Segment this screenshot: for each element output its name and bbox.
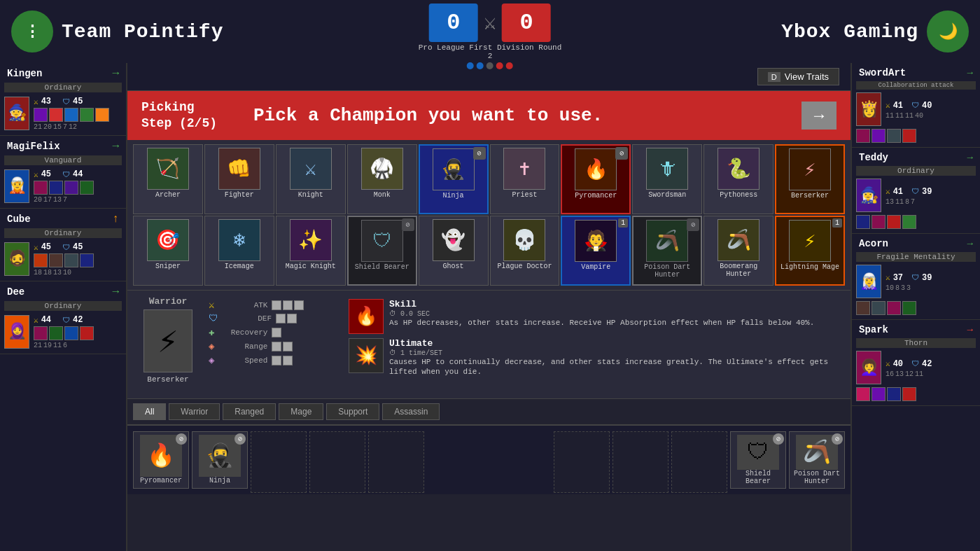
champion-detail: Warrior ⚡ Berserker ⚔ ATK 🛡 DEF bbox=[127, 290, 850, 398]
magifelix-atk: 45 bbox=[41, 169, 51, 179]
dee-def: 42 bbox=[73, 315, 83, 325]
picking-next-button[interactable]: → bbox=[802, 102, 836, 130]
view-traits-d-icon: D bbox=[768, 72, 780, 82]
picking-step-label: PickingStep (2/5) bbox=[141, 99, 239, 132]
speed-bars bbox=[272, 356, 293, 365]
pick-poison-name: Poison Dart Hunter bbox=[791, 470, 843, 485]
champ-subclass: Berserker bbox=[147, 375, 188, 384]
cube-avatar: 🧔 bbox=[4, 242, 29, 276]
fighter-sprite: 👊 bbox=[218, 148, 260, 190]
shield-bearer-name: Shield Bearer bbox=[355, 263, 410, 271]
plague-doctor-name: Plague Doctor bbox=[497, 263, 552, 270]
speed-bar-1 bbox=[272, 356, 281, 365]
champion-shield-bearer[interactable]: ⊘ 🛡 Shield Bearer bbox=[347, 216, 417, 286]
skill-timing: ⏱ 0.0 SEC bbox=[389, 309, 839, 318]
view-traits-label: View Traits bbox=[785, 71, 829, 82]
boomerang-sprite: 🪃 bbox=[718, 219, 760, 261]
def-bar-1 bbox=[276, 314, 286, 323]
dee-numbers: 2119116 bbox=[34, 342, 94, 349]
def-bar-2 bbox=[287, 314, 297, 323]
ghost-name: Ghost bbox=[443, 263, 464, 270]
teddy-name: Teddy bbox=[859, 152, 888, 163]
pyro-ban: ⊘ bbox=[615, 147, 628, 160]
magifelix-def: 44 bbox=[73, 169, 83, 179]
ultimate-icon: 💥 bbox=[349, 338, 384, 373]
dee-atk: 44 bbox=[41, 315, 51, 325]
recovery-label: Recovery bbox=[218, 328, 267, 337]
champion-pythoness[interactable]: 🐍 Pythoness bbox=[704, 144, 774, 214]
magifelix-header: MagiFelix → bbox=[4, 139, 122, 154]
vampire-sprite: 🧛 bbox=[575, 220, 617, 262]
filter-support[interactable]: Support bbox=[326, 403, 379, 420]
champion-ninja[interactable]: ⊘ 🥷 Ninja bbox=[419, 144, 489, 214]
cube-header: Cube ↑ bbox=[4, 211, 122, 227]
view-traits-button[interactable]: D View Traits bbox=[757, 68, 839, 85]
left-sidebar: Kingen → Ordinary 🧙 ⚔43 🛡45 bbox=[0, 63, 127, 551]
knight-sprite: ⚔ bbox=[290, 148, 332, 190]
player-dee: Dee → Ordinary 🧕 ⚔44 🛡42 bbox=[0, 281, 126, 354]
atk-bar-2 bbox=[283, 300, 293, 310]
priest-name: Priest bbox=[512, 191, 537, 199]
atk-bar-1 bbox=[272, 300, 281, 310]
kingen-numbers: 212015712 bbox=[34, 123, 109, 131]
champion-plague-doctor[interactable]: 💀 Plague Doctor bbox=[490, 216, 560, 286]
sniper-sprite: 🎯 bbox=[147, 219, 189, 261]
ghost-sprite: 👻 bbox=[433, 219, 475, 261]
champion-lightning-mage[interactable]: 1 ⚡ Lightning Mage bbox=[775, 216, 845, 286]
dee-avatar: 🧕 bbox=[4, 315, 29, 349]
champion-swordsman[interactable]: 🗡 Swordsman bbox=[632, 144, 702, 214]
swordart-rank: Collaboration attack bbox=[856, 81, 976, 90]
champion-icemage[interactable]: ❄ Icemage bbox=[204, 216, 274, 286]
champion-sniper[interactable]: 🎯 Sniper bbox=[133, 216, 203, 286]
champion-magic-knight[interactable]: ✨ Magic Knight bbox=[276, 216, 346, 286]
skill-info: Skill ⏱ 0.0 SEC As HP decreases, other s… bbox=[389, 299, 839, 328]
dee-stats: ⚔44 🛡42 2119116 bbox=[34, 314, 94, 349]
dee-header: Dee → bbox=[4, 284, 122, 300]
spark-avatar: 👩‍🦱 bbox=[856, 351, 881, 384]
acorn-name: Acorn bbox=[859, 238, 888, 249]
pythoness-sprite: 🐍 bbox=[718, 148, 760, 190]
champion-berserker[interactable]: ⚡ Berserker bbox=[775, 144, 845, 214]
player-magifelix: MagiFelix → Vanguard 🧝 ⚔45 🛡44 bbox=[0, 136, 126, 209]
range-label: Range bbox=[218, 342, 267, 351]
champion-boomerang[interactable]: 🪃 Boomerang Hunter bbox=[704, 216, 774, 286]
picking-description: Pick a Champion you want to use. bbox=[253, 105, 788, 126]
pick-empty-6 bbox=[671, 431, 727, 493]
champion-vampire[interactable]: 1 🧛 Vampire bbox=[561, 216, 631, 286]
pick-ninja: ⊘ 🥷 Ninja bbox=[192, 431, 248, 489]
player-acorn: Acorn → Fragile Mentality 🧝‍♀️ ⚔37 🛡39 1… bbox=[852, 234, 980, 320]
berserker-sprite: ⚡ bbox=[789, 148, 831, 190]
score-left: 0 bbox=[429, 4, 478, 42]
dee-rank: Ordinary bbox=[4, 301, 122, 311]
skill-description: As HP decreases, other stats increase. R… bbox=[389, 318, 839, 328]
filter-all[interactable]: All bbox=[133, 403, 166, 420]
filter-assassin[interactable]: Assassin bbox=[382, 403, 440, 420]
recovery-bar-1 bbox=[272, 328, 281, 337]
champion-fighter[interactable]: 👊 Fighter bbox=[204, 144, 274, 214]
acorn-stats: ⚔37 🛡39 10833 bbox=[886, 272, 932, 292]
pick-pyro-ban: ⊘ bbox=[176, 433, 187, 445]
champion-pyromancer[interactable]: ⊘ 🔥 Pyromancer bbox=[561, 144, 631, 214]
champion-poison-dart[interactable]: ⊘ 🪃 Poison Dart Hunter bbox=[632, 216, 702, 286]
kingen-avatar: 🧙 bbox=[4, 97, 29, 130]
champion-knight[interactable]: ⚔ Knight bbox=[276, 144, 346, 214]
champion-monk[interactable]: 🥋 Monk bbox=[347, 144, 417, 214]
acorn-header: Acorn → bbox=[856, 237, 976, 251]
swordart-avatar: 👸 bbox=[856, 92, 881, 126]
cube-name: Cube bbox=[7, 214, 31, 225]
team-left-icon: ⋮ bbox=[11, 11, 53, 53]
archer-name: Archer bbox=[155, 191, 181, 199]
champion-archer[interactable]: 🏹 Archer bbox=[133, 144, 203, 214]
ninja-sprite: 🥷 bbox=[433, 148, 475, 190]
teddy-header: Teddy → bbox=[856, 151, 976, 165]
champion-ghost[interactable]: 👻 Ghost bbox=[419, 216, 489, 286]
cube-def: 45 bbox=[73, 242, 83, 252]
pick-empty-5 bbox=[612, 431, 668, 493]
shield-bearer-ban: ⊘ bbox=[402, 218, 414, 231]
champion-priest[interactable]: ✝ Priest bbox=[490, 144, 560, 214]
filter-warrior[interactable]: Warrior bbox=[169, 403, 220, 420]
filter-ranged[interactable]: Ranged bbox=[223, 403, 276, 420]
top-bar: ⋮ Team Pointify 0 ⚔ 0 Pro League First D… bbox=[0, 0, 980, 63]
kingen-mini-chars bbox=[34, 108, 109, 122]
filter-mage[interactable]: Mage bbox=[279, 403, 323, 420]
